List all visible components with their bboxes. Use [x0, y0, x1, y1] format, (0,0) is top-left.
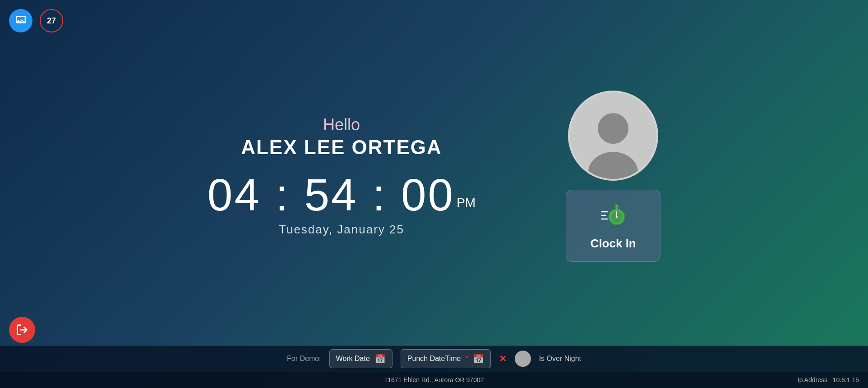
punch-datetime-field[interactable]: Punch DateTime * 📅 [401, 349, 491, 368]
svg-point-1 [588, 152, 638, 179]
svg-point-8 [615, 204, 618, 207]
overnight-label: Is Over Night [539, 355, 581, 363]
punch-datetime-calendar-icon[interactable]: 📅 [473, 353, 484, 364]
work-date-calendar-icon[interactable]: 📅 [374, 353, 386, 364]
demo-label: For Demo: [287, 355, 321, 363]
user-name: ALEX LEE ORTEGA [241, 136, 442, 159]
overnight-toggle[interactable] [515, 351, 531, 367]
avatar [568, 91, 658, 181]
svg-point-11 [616, 216, 618, 218]
footer-bar: 11671 Ehlen Rd., Aurora OR 97002 Ip Addr… [0, 372, 868, 388]
work-date-label: Work Date [336, 355, 370, 363]
ip-address: Ip Address 10.6.1.15 [798, 376, 859, 383]
required-marker: * [465, 355, 468, 363]
svg-rect-6 [616, 207, 618, 210]
punch-datetime-label: Punch DateTime [407, 355, 461, 363]
ip-label: Ip Address [798, 376, 827, 383]
clock-date: Tuesday, January 25 [279, 223, 404, 237]
clock-in-button[interactable]: Clock In [566, 190, 660, 262]
logout-button[interactable] [9, 317, 35, 343]
ip-value: 10.6.1.15 [833, 376, 859, 383]
demo-bar: For Demo: Work Date 📅 Punch DateTime * 📅… [0, 346, 868, 372]
action-section: Clock In [566, 91, 660, 262]
clock-display: 04 : 54 : 00 PM [208, 172, 476, 217]
clock-in-label: Clock In [591, 237, 636, 251]
clear-button[interactable]: ✕ [499, 353, 507, 364]
clock-ampm: PM [457, 196, 476, 210]
main-content: Hello ALEX LEE ORTEGA 04 : 54 : 00 PM Tu… [0, 0, 868, 352]
clock-in-icon [599, 201, 628, 231]
work-date-field[interactable]: Work Date 📅 [329, 349, 392, 368]
svg-point-0 [598, 113, 628, 144]
hello-text: Hello [323, 115, 360, 134]
greeting-section: Hello ALEX LEE ORTEGA 04 : 54 : 00 PM Tu… [208, 115, 476, 237]
clock-time: 04 : 54 : 00 [208, 172, 455, 217]
address: 11671 Ehlen Rd., Aurora OR 97002 [384, 376, 484, 383]
